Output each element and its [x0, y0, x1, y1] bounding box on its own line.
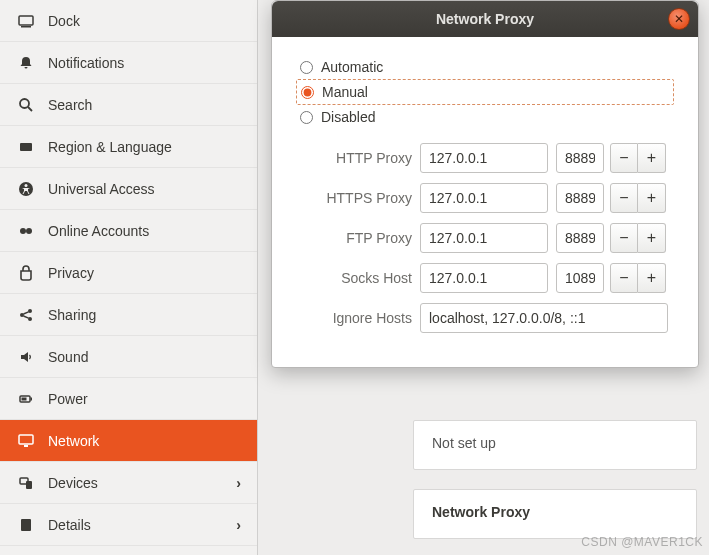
sidebar-item-sound[interactable]: Sound — [0, 336, 257, 378]
chevron-right-icon: › — [236, 517, 241, 533]
http-proxy-port-stepper: −+ — [610, 143, 666, 173]
dock-icon — [16, 11, 36, 31]
ignore-hosts-input[interactable] — [420, 303, 668, 333]
network-proxy-card[interactable]: Network Proxy — [413, 489, 697, 539]
socks-host-label: Socks Host — [296, 270, 412, 286]
svg-rect-4 — [20, 143, 32, 151]
https-proxy-label: HTTPS Proxy — [296, 190, 412, 206]
network-icon — [16, 431, 36, 451]
socks-port-input[interactable] — [556, 263, 604, 293]
svg-rect-21 — [21, 519, 31, 531]
ignore-hosts-label: Ignore Hosts — [296, 310, 412, 326]
decrement-button[interactable]: − — [610, 143, 638, 173]
share-icon — [16, 305, 36, 325]
svg-point-2 — [20, 99, 29, 108]
svg-point-7 — [20, 228, 26, 234]
globe-icon — [16, 137, 36, 157]
power-icon — [16, 389, 36, 409]
ftp-proxy-row: FTP Proxy −+ — [296, 223, 674, 253]
svg-line-12 — [24, 311, 29, 313]
status-card[interactable]: Not set up — [413, 420, 697, 470]
svg-rect-20 — [26, 481, 32, 489]
svg-point-6 — [25, 184, 28, 187]
sidebar-item-power[interactable]: Power — [0, 378, 257, 420]
sidebar-item-search[interactable]: Search — [0, 84, 257, 126]
ftp-proxy-port-stepper: −+ — [610, 223, 666, 253]
decrement-button[interactable]: − — [610, 183, 638, 213]
chevron-right-icon: › — [236, 475, 241, 491]
http-proxy-host-input[interactable] — [420, 143, 548, 173]
decrement-button[interactable]: − — [610, 263, 638, 293]
details-icon — [16, 515, 36, 535]
sidebar-item-dock[interactable]: Dock — [0, 0, 257, 42]
sidebar-item-label: Search — [48, 97, 92, 113]
access-icon — [16, 179, 36, 199]
https-proxy-row: HTTPS Proxy −+ — [296, 183, 674, 213]
cloud-icon — [16, 221, 36, 241]
svg-line-13 — [24, 316, 29, 318]
https-proxy-host-input[interactable] — [420, 183, 548, 213]
svg-rect-16 — [22, 397, 27, 400]
ignore-hosts-row: Ignore Hosts — [296, 303, 674, 333]
https-proxy-port-input[interactable] — [556, 183, 604, 213]
close-button[interactable]: ✕ — [668, 8, 690, 30]
sidebar-item-label: Devices — [48, 475, 98, 491]
network-proxy-dialog: Network Proxy ✕ Automatic Manual Disable… — [271, 0, 699, 368]
radio-automatic[interactable]: Automatic — [296, 55, 674, 79]
http-proxy-label: HTTP Proxy — [296, 150, 412, 166]
svg-point-8 — [26, 228, 32, 234]
sidebar-item-universal-access[interactable]: Universal Access — [0, 168, 257, 210]
close-icon: ✕ — [674, 12, 684, 26]
sidebar-item-label: Privacy — [48, 265, 94, 281]
ftp-proxy-label: FTP Proxy — [296, 230, 412, 246]
increment-button[interactable]: + — [638, 143, 666, 173]
increment-button[interactable]: + — [638, 263, 666, 293]
dialog-title: Network Proxy — [436, 11, 534, 27]
https-proxy-port-stepper: −+ — [610, 183, 666, 213]
devices-icon — [16, 473, 36, 493]
settings-sidebar: Dock Notifications Search Region & Langu… — [0, 0, 258, 555]
increment-button[interactable]: + — [638, 223, 666, 253]
radio-manual[interactable]: Manual — [296, 79, 674, 105]
sidebar-item-privacy[interactable]: Privacy — [0, 252, 257, 294]
svg-rect-0 — [19, 16, 33, 25]
svg-line-3 — [28, 107, 32, 111]
radio-disabled[interactable]: Disabled — [296, 105, 674, 129]
sidebar-item-label: Dock — [48, 13, 80, 29]
sidebar-item-details[interactable]: Details› — [0, 504, 257, 546]
sidebar-item-label: Network — [48, 433, 99, 449]
socks-port-stepper: −+ — [610, 263, 666, 293]
svg-rect-18 — [24, 445, 28, 447]
decrement-button[interactable]: − — [610, 223, 638, 253]
increment-button[interactable]: + — [638, 183, 666, 213]
sidebar-item-region[interactable]: Region & Language — [0, 126, 257, 168]
sidebar-item-online-accounts[interactable]: Online Accounts — [0, 210, 257, 252]
sidebar-item-label: Universal Access — [48, 181, 155, 197]
sidebar-item-label: Online Accounts — [48, 223, 149, 239]
sidebar-item-devices[interactable]: Devices› — [0, 462, 257, 504]
watermark-text: CSDN @MAVER1CK — [581, 535, 703, 549]
http-proxy-row: HTTP Proxy −+ — [296, 143, 674, 173]
ftp-proxy-port-input[interactable] — [556, 223, 604, 253]
dialog-titlebar[interactable]: Network Proxy ✕ — [272, 1, 698, 37]
proxy-mode-radios: Automatic Manual Disabled — [296, 55, 674, 129]
sidebar-item-label: Notifications — [48, 55, 124, 71]
svg-rect-17 — [19, 435, 33, 444]
sidebar-item-network[interactable]: Network — [0, 420, 257, 462]
sidebar-item-label: Sharing — [48, 307, 96, 323]
sidebar-item-label: Power — [48, 391, 88, 407]
ftp-proxy-host-input[interactable] — [420, 223, 548, 253]
socks-host-input[interactable] — [420, 263, 548, 293]
bell-icon — [16, 53, 36, 73]
privacy-icon — [16, 263, 36, 283]
sidebar-item-label: Sound — [48, 349, 88, 365]
sidebar-item-label: Details — [48, 517, 91, 533]
socks-host-row: Socks Host −+ — [296, 263, 674, 293]
sound-icon — [16, 347, 36, 367]
search-icon — [16, 95, 36, 115]
svg-rect-15 — [31, 397, 33, 400]
sidebar-item-notifications[interactable]: Notifications — [0, 42, 257, 84]
http-proxy-port-input[interactable] — [556, 143, 604, 173]
sidebar-item-sharing[interactable]: Sharing — [0, 294, 257, 336]
svg-rect-1 — [21, 26, 31, 28]
